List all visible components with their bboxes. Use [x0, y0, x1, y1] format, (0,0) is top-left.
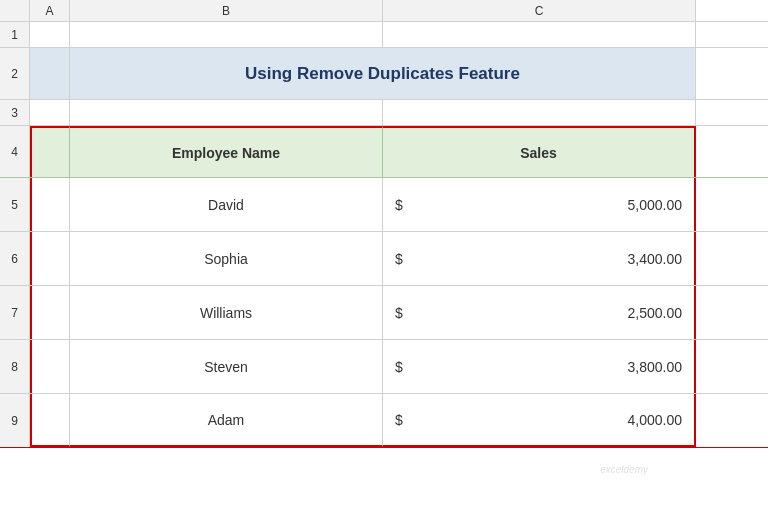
- row-1: 1: [0, 22, 768, 48]
- row-num-4: 4: [0, 126, 30, 177]
- amount-9: 4,000.00: [419, 412, 682, 428]
- dollar-5: $: [395, 197, 403, 213]
- amount-5: 5,000.00: [419, 197, 682, 213]
- cell-9c-sales: $4,000.00: [383, 394, 696, 447]
- amount-8: 3,800.00: [419, 359, 682, 375]
- amount-7: 2,500.00: [419, 305, 682, 321]
- col-headers-row: ABC: [0, 0, 768, 22]
- col-header-a: A: [30, 0, 70, 21]
- row-3: 3: [0, 100, 768, 126]
- row-num-3: 3: [0, 100, 30, 125]
- row-num-7: 7: [0, 286, 30, 339]
- row-2: 2Using Remove Duplicates Feature: [0, 48, 768, 100]
- cell-6c-sales: $3,400.00: [383, 232, 696, 285]
- cell-7c-sales: $2,500.00: [383, 286, 696, 339]
- amount-6: 3,400.00: [419, 251, 682, 267]
- row-9: 9Adam$4,000.00: [0, 394, 768, 448]
- dollar-9: $: [395, 412, 403, 428]
- cell-6b-name: Sophia: [70, 232, 383, 285]
- cell-5c-sales: $5,000.00: [383, 178, 696, 231]
- row-num-9: 9: [0, 394, 30, 447]
- row-5: 5David$5,000.00: [0, 178, 768, 232]
- cell-7b-name: Williams: [70, 286, 383, 339]
- col-header-b: B: [70, 0, 383, 21]
- row-8: 8Steven$3,800.00: [0, 340, 768, 394]
- title-cell: Using Remove Duplicates Feature: [70, 48, 696, 99]
- spreadsheet: ABC12Using Remove Duplicates Feature34Em…: [0, 0, 768, 530]
- dollar-7: $: [395, 305, 403, 321]
- row-7: 7Williams$2,500.00: [0, 286, 768, 340]
- cell-5b-name: David: [70, 178, 383, 231]
- row-4: 4Employee NameSales: [0, 126, 768, 178]
- table-header-name: Employee Name: [70, 126, 383, 177]
- col-header-c: C: [383, 0, 696, 21]
- cell-8c-sales: $3,800.00: [383, 340, 696, 393]
- cell-8b-name: Steven: [70, 340, 383, 393]
- dollar-6: $: [395, 251, 403, 267]
- table-header-sales: Sales: [383, 126, 696, 177]
- row-num-8: 8: [0, 340, 30, 393]
- watermark: exceldemy: [600, 464, 648, 475]
- row-num-5: 5: [0, 178, 30, 231]
- cell-9b-name: Adam: [70, 394, 383, 447]
- row-6: 6Sophia$3,400.00: [0, 232, 768, 286]
- row-num-2: 2: [0, 48, 30, 99]
- row-num-6: 6: [0, 232, 30, 285]
- row-num-1: 1: [0, 22, 30, 47]
- dollar-8: $: [395, 359, 403, 375]
